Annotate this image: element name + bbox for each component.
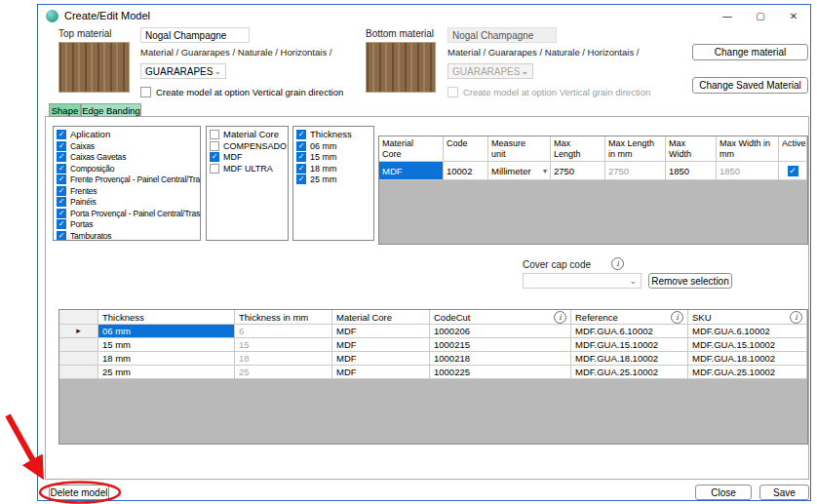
table-cell-thickness[interactable]: 06 mm <box>98 325 235 338</box>
table-cell-sku[interactable]: MDF.GUA.25.10002 <box>688 366 807 379</box>
cell-code[interactable]: 10002 <box>444 162 488 180</box>
application-header[interactable]: ✓ Aplication <box>54 127 200 140</box>
material-table-row[interactable]: MDF 10002 Millimeter ▾ 2750 2750 1850 18… <box>379 162 807 180</box>
checkbox-icon[interactable]: ✓ <box>57 231 66 241</box>
checkbox-icon[interactable]: ✓ <box>57 164 66 174</box>
maximize-button[interactable]: ▢ <box>744 5 777 26</box>
checkbox-icon[interactable]: ✓ <box>57 219 66 229</box>
application-header-checkbox[interactable]: ✓ <box>57 130 66 139</box>
checkbox-icon[interactable]: ✓ <box>57 174 66 184</box>
table-cell-reference[interactable]: MDF.GUA.25.10002 <box>571 366 688 379</box>
checkbox-list-item[interactable]: ✓Caixas Gavetas <box>54 152 200 164</box>
top-material-brand-dropdown[interactable]: GUARARAPES ⌄ <box>140 63 226 79</box>
checkbox-list-item[interactable]: ✓06 mm <box>293 140 373 152</box>
save-button[interactable]: Save <box>759 485 809 500</box>
change-material-button[interactable]: Change material <box>692 44 808 60</box>
table-cell-thickness[interactable]: 15 mm <box>98 338 235 352</box>
table-cell-thickness-mm[interactable]: 25 <box>235 366 332 379</box>
tab-shape[interactable]: Shape <box>49 103 81 117</box>
table-row[interactable]: 18 mm18MDF1000218MDF.GUA.18.10002MDF.GUA… <box>59 352 807 366</box>
material-core-header[interactable]: Material Core <box>207 127 288 140</box>
top-grain-direction-row[interactable]: Create model at option Vertical grain di… <box>140 87 343 97</box>
cell-max-length[interactable]: 2750 <box>551 162 605 180</box>
cell-max-width[interactable]: 1850 <box>666 162 717 180</box>
row-selector[interactable] <box>59 352 98 366</box>
top-grain-checkbox[interactable] <box>140 87 151 97</box>
thickness-header-checkbox[interactable]: ✓ <box>296 130 306 139</box>
table-cell-reference[interactable]: MDF.GUA.6.10002 <box>571 325 688 338</box>
checkbox-icon[interactable]: ✓ <box>57 152 66 162</box>
close-button[interactable]: ✕ <box>777 5 810 26</box>
material-core-header-checkbox[interactable] <box>210 130 219 139</box>
table-cell-thickness-mm[interactable]: 15 <box>235 338 332 352</box>
info-icon[interactable]: i <box>790 311 802 324</box>
table-cell-material-core[interactable]: MDF <box>332 338 430 352</box>
info-icon[interactable]: i <box>554 311 566 324</box>
info-icon[interactable]: i <box>671 311 683 324</box>
checkbox-icon[interactable]: ✓ <box>57 141 66 151</box>
delete-model-button[interactable]: Delete model <box>49 485 109 500</box>
row-selector[interactable] <box>59 338 98 352</box>
checkbox-list-item[interactable]: ✓15 mm <box>293 152 373 164</box>
table-cell-codecut[interactable]: 1000225 <box>430 366 571 379</box>
row-selector[interactable]: ▸ <box>59 325 98 338</box>
table-cell-reference[interactable]: MDF.GUA.18.10002 <box>571 352 688 366</box>
table-cell-sku[interactable]: MDF.GUA.18.10002 <box>688 352 807 366</box>
checkbox-icon[interactable]: ✓ <box>296 174 306 184</box>
bottom-material-name-field[interactable]: Nogal Champagne <box>447 27 557 43</box>
table-cell-thickness-mm[interactable]: 6 <box>235 325 332 338</box>
table-cell-thickness[interactable]: 25 mm <box>98 366 235 379</box>
checkbox-icon[interactable]: ✓ <box>57 209 66 218</box>
checkbox-list-item[interactable]: ✓MDF <box>207 152 288 164</box>
cell-measure-unit[interactable]: Millimeter ▾ <box>488 162 551 180</box>
checkbox-icon[interactable]: ✓ <box>57 197 66 207</box>
tab-edge-banding[interactable]: Edge Banding <box>81 103 141 117</box>
table-cell-sku[interactable]: MDF.GUA.15.10002 <box>688 338 807 352</box>
bottom-material-brand-dropdown[interactable]: GUARARAPES ⌄ <box>447 63 533 79</box>
checkbox-list-item[interactable]: ✓Portas <box>54 219 200 231</box>
checkbox-icon[interactable]: ✓ <box>57 186 66 196</box>
top-material-name-field[interactable]: Nogal Champagne <box>140 27 250 43</box>
table-cell-material-core[interactable]: MDF <box>332 325 430 338</box>
table-cell-codecut[interactable]: 1000206 <box>430 325 571 338</box>
cell-material-core[interactable]: MDF <box>379 162 444 180</box>
checkbox-icon[interactable]: ✓ <box>210 152 219 162</box>
table-row[interactable]: ▸06 mm6MDF1000206MDF.GUA.6.10002MDF.GUA.… <box>59 325 807 338</box>
checkbox-icon[interactable] <box>210 141 219 151</box>
table-cell-material-core[interactable]: MDF <box>332 366 430 379</box>
checkbox-list-item[interactable]: ✓Caixas <box>54 140 200 152</box>
checkbox-list-item[interactable]: ✓Composição <box>54 163 200 174</box>
table-cell-reference[interactable]: MDF.GUA.15.10002 <box>571 338 688 352</box>
table-row[interactable]: 25 mm25MDF1000225MDF.GUA.25.10002MDF.GUA… <box>59 366 807 379</box>
thickness-header[interactable]: ✓ Thickness <box>293 127 373 140</box>
top-material-thumbnail[interactable] <box>58 42 130 93</box>
table-row[interactable]: 15 mm15MDF1000215MDF.GUA.15.10002MDF.GUA… <box>59 338 807 352</box>
remove-selection-button[interactable]: Remove selection <box>648 273 732 289</box>
table-cell-sku[interactable]: MDF.GUA.6.10002 <box>688 325 807 338</box>
table-cell-codecut[interactable]: 1000215 <box>430 338 571 352</box>
change-saved-material-button[interactable]: Change Saved Material <box>692 77 808 94</box>
cover-cap-code-dropdown[interactable]: ⌄ <box>523 273 642 289</box>
active-checkbox[interactable]: ✓ <box>788 166 798 176</box>
checkbox-icon[interactable]: ✓ <box>296 152 306 162</box>
checkbox-list-item[interactable]: MDF ULTRA <box>207 163 288 174</box>
checkbox-icon[interactable]: ✓ <box>296 141 306 151</box>
info-icon[interactable]: i <box>611 257 624 270</box>
checkbox-list-item[interactable]: ✓18 mm <box>293 163 373 174</box>
table-cell-codecut[interactable]: 1000218 <box>430 352 571 366</box>
checkbox-icon[interactable] <box>210 164 219 174</box>
checkbox-icon[interactable]: ✓ <box>296 164 306 174</box>
bottom-material-thumbnail[interactable] <box>366 42 436 93</box>
minimize-button[interactable]: — <box>711 5 744 26</box>
row-selector[interactable] <box>59 366 98 379</box>
table-cell-material-core[interactable]: MDF <box>332 352 430 366</box>
checkbox-list-item[interactable]: ✓Frentes <box>54 185 200 197</box>
checkbox-list-item[interactable]: ✓Frente Provençal - Painel Central/Trase… <box>54 174 200 186</box>
table-cell-thickness[interactable]: 18 mm <box>98 352 235 366</box>
checkbox-list-item[interactable]: ✓Painéis <box>54 197 200 209</box>
checkbox-list-item[interactable]: ✓Porta Provençal - Painel Central/Trasei… <box>54 208 200 219</box>
close-dialog-button[interactable]: Close <box>695 485 752 500</box>
checkbox-list-item[interactable]: ✓25 mm <box>293 174 373 186</box>
checkbox-list-item[interactable]: COMPENSADO <box>207 140 288 152</box>
checkbox-list-item[interactable]: ✓Tamburatos <box>54 230 200 241</box>
